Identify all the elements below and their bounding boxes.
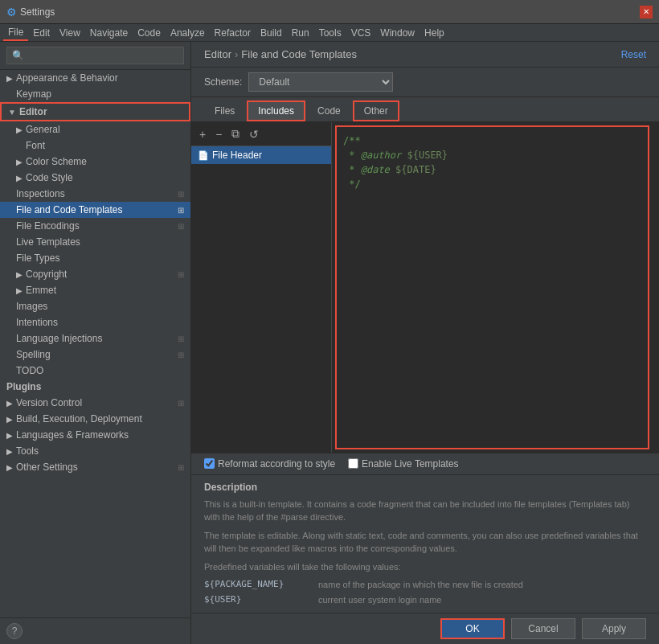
enable-live-templates-checkbox[interactable]	[348, 458, 358, 469]
sidebar-item-languages[interactable]: ▶ Languages & Frameworks	[0, 427, 190, 443]
ok-button[interactable]: OK	[440, 618, 505, 639]
tab-includes[interactable]: Includes	[247, 100, 305, 121]
sidebar: ▶ Appearance & Behavior Keymap ▼ Editor …	[0, 42, 191, 644]
code-line-2: * @author ${USER}	[343, 148, 641, 162]
sidebar-label-emmet: Emmet	[26, 285, 56, 296]
menu-code[interactable]: Code	[133, 26, 166, 40]
menu-build[interactable]: Build	[256, 26, 287, 40]
menu-tools[interactable]: Tools	[314, 26, 346, 40]
sidebar-item-codestyle[interactable]: ▶ Code Style	[0, 170, 190, 186]
sidebar-item-filetypes[interactable]: File Types	[0, 250, 190, 266]
menu-vcs[interactable]: VCS	[346, 26, 376, 40]
tab-other[interactable]: Other	[353, 100, 399, 121]
code-line-4: */	[343, 177, 641, 191]
sidebar-item-inspections[interactable]: Inspections ⊞	[0, 186, 190, 202]
sidebar-item-todo[interactable]: TODO	[0, 363, 190, 379]
sidebar-search-input[interactable]	[6, 47, 184, 64]
copy-icon-other: ⊞	[178, 463, 184, 472]
template-item-fileheader[interactable]: 📄 File Header	[191, 146, 331, 164]
menu-edit[interactable]: Edit	[28, 26, 55, 40]
sidebar-label-font: Font	[26, 140, 45, 151]
scheme-select[interactable]: Default Project	[248, 72, 393, 92]
sidebar-item-appearance[interactable]: ▶ Appearance & Behavior	[0, 70, 190, 86]
copy-icon-spelling: ⊞	[178, 351, 184, 359]
apply-button[interactable]: Apply	[582, 618, 646, 639]
sidebar-label-codestyle: Code Style	[26, 172, 73, 183]
scheme-row: Scheme: Default Project	[191, 68, 659, 97]
content-header: Editor › File and Code Templates Reset	[191, 42, 659, 68]
template-items-list: 📄 File Header	[191, 146, 331, 453]
sidebar-item-livetemplates[interactable]: Live Templates	[0, 234, 190, 250]
copy-template-button[interactable]: ⧉	[228, 125, 243, 142]
sidebar-label-fileencodings: File Encodings	[16, 220, 80, 232]
reset-template-button[interactable]: ↺	[246, 126, 262, 142]
sidebar-item-buildexecution[interactable]: ▶ Build, Execution, Deployment	[0, 411, 190, 427]
copy-icon-copyright: ⊞	[178, 270, 184, 279]
sidebar-item-emmet[interactable]: ▶ Emmet	[0, 282, 190, 298]
template-item-icon: 📄	[198, 150, 209, 161]
sidebar-item-intentions[interactable]: Intentions	[0, 314, 190, 330]
enable-live-templates-label[interactable]: Enable Live Templates	[348, 458, 459, 470]
sidebar-label-general: General	[26, 124, 60, 135]
sidebar-item-general[interactable]: ▶ General	[0, 121, 190, 137]
sidebar-label-buildexecution: Build, Execution, Deployment	[16, 413, 142, 425]
editor-area: + − ⧉ ↺ 📄 File Header /**	[191, 122, 659, 453]
app-icon: ⚙	[6, 6, 17, 18]
menu-help[interactable]: Help	[420, 26, 449, 40]
expand-arrow-icon: ▶	[6, 74, 13, 83]
sidebar-item-plugins[interactable]: Plugins	[0, 379, 190, 395]
menu-run[interactable]: Run	[287, 26, 314, 40]
code-editor[interactable]: /** * @author ${USER} * @date ${DATE}	[332, 122, 653, 453]
menu-refactor[interactable]: Refactor	[210, 26, 256, 40]
copy-icon-fileandcode: ⊞	[178, 206, 184, 215]
copy-icon-inspections: ⊞	[178, 190, 184, 199]
sidebar-item-images[interactable]: Images	[0, 298, 190, 314]
menu-analyze[interactable]: Analyze	[166, 26, 210, 40]
sidebar-item-fileandcode[interactable]: File and Code Templates ⊞	[0, 202, 190, 218]
close-button[interactable]: ✕	[640, 6, 653, 18]
remove-template-button[interactable]: −	[212, 126, 225, 142]
var-package-name: ${PACKAGE_NAME}	[204, 578, 317, 592]
scrollbar[interactable]	[653, 122, 659, 453]
var-user: ${USER}	[204, 593, 317, 607]
content-area: Editor › File and Code Templates Reset S…	[191, 42, 659, 644]
scheme-label: Scheme:	[204, 76, 242, 88]
sidebar-label-fileandcode: File and Code Templates	[16, 204, 123, 215]
menu-navigate[interactable]: Navigate	[85, 26, 133, 40]
menu-view[interactable]: View	[55, 26, 85, 40]
sidebar-label-inspections: Inspections	[16, 188, 65, 199]
sidebar-item-keymap[interactable]: Keymap	[0, 86, 190, 102]
sidebar-item-copyright[interactable]: ▶ Copyright ⊞	[0, 266, 190, 282]
sidebar-item-colorscheme[interactable]: ▶ Color Scheme	[0, 154, 190, 170]
sidebar-item-spelling[interactable]: Spelling ⊞	[0, 347, 190, 363]
add-template-button[interactable]: +	[196, 126, 209, 142]
menu-window[interactable]: Window	[375, 26, 420, 40]
sidebar-item-font[interactable]: Font	[0, 137, 190, 154]
code-content-area[interactable]: /** * @author ${USER} * @date ${DATE}	[335, 125, 649, 449]
tab-code[interactable]: Code	[307, 101, 351, 121]
help-button[interactable]: ?	[6, 623, 23, 639]
reformat-checkbox[interactable]	[204, 458, 215, 469]
reformat-label: Reformat according to style	[218, 458, 335, 470]
sidebar-label-filetypes: File Types	[16, 252, 59, 264]
sidebar-item-languageinjections[interactable]: Language Injections ⊞	[0, 330, 190, 347]
sidebar-label-spelling: Spelling	[16, 349, 51, 360]
expand-arrow-icon-emmet: ▶	[16, 286, 23, 295]
sidebar-item-othersettings[interactable]: ▶ Other Settings ⊞	[0, 459, 190, 475]
sidebar-item-fileencodings[interactable]: File Encodings ⊞	[0, 218, 190, 234]
description-variables: ${PACKAGE_NAME} name of the package in w…	[204, 578, 646, 606]
sidebar-label-versioncontrol: Version Control	[16, 397, 82, 408]
tab-files[interactable]: Files	[204, 101, 245, 121]
sidebar-label-colorscheme: Color Scheme	[26, 156, 87, 167]
cancel-button[interactable]: Cancel	[511, 618, 575, 639]
var-user-desc: current user system login name	[318, 593, 646, 607]
sidebar-item-versioncontrol[interactable]: ▶ Version Control ⊞	[0, 395, 190, 411]
enable-live-templates-text: Enable Live Templates	[362, 458, 459, 470]
reformat-checkbox-label[interactable]: Reformat according to style	[204, 458, 335, 470]
code-var-date: ${DATE}	[395, 162, 436, 177]
menu-file[interactable]: File	[3, 25, 28, 41]
expand-arrow-icon-editor: ▼	[8, 108, 16, 117]
sidebar-item-tools[interactable]: ▶ Tools	[0, 443, 190, 459]
reset-button[interactable]: Reset	[621, 49, 646, 60]
sidebar-item-editor[interactable]: ▼ Editor	[0, 102, 190, 121]
